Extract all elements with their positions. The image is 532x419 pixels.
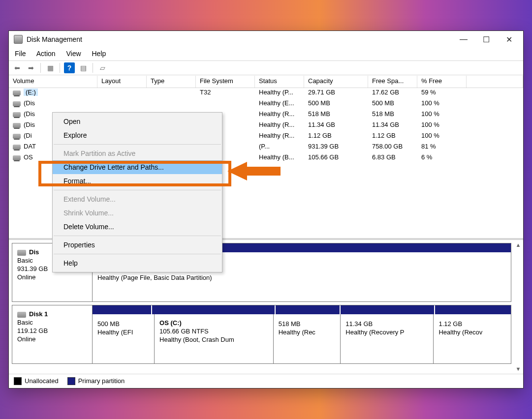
col-volume[interactable]: Volume bbox=[9, 76, 97, 88]
ctx-separator bbox=[54, 190, 221, 190]
scroll-up-icon[interactable]: ▲ bbox=[515, 242, 522, 248]
disk1-partition[interactable]: 500 MBHealthy (EFI bbox=[93, 314, 155, 363]
properties-button[interactable]: ▱ bbox=[97, 62, 108, 73]
ctx-explore[interactable]: Explore bbox=[53, 128, 222, 142]
table-cell: 100 % bbox=[417, 110, 467, 120]
table-cell: 81 % bbox=[417, 142, 467, 153]
col-spacer bbox=[467, 76, 523, 88]
volume-icon bbox=[13, 101, 21, 106]
table-row[interactable]: (DisHealthy (E...500 MB500 MB100 % bbox=[9, 99, 523, 110]
menu-view[interactable]: View bbox=[66, 50, 81, 58]
disk1-size: 119.12 GB bbox=[17, 327, 87, 334]
table-cell: (Dis bbox=[9, 99, 97, 110]
ctx-help[interactable]: Help bbox=[53, 256, 222, 270]
legend-primary-label: Primary partition bbox=[78, 377, 125, 385]
menu-file[interactable]: File bbox=[15, 50, 26, 58]
table-cell bbox=[467, 99, 523, 110]
ctx-properties[interactable]: Properties bbox=[53, 238, 222, 252]
col-freespace[interactable]: Free Spa... bbox=[368, 76, 417, 88]
minimize-icon: — bbox=[460, 35, 468, 44]
column-headers: Volume Layout Type File System Status Ca… bbox=[9, 75, 523, 88]
disk1-type: Basic bbox=[17, 319, 87, 326]
col-type[interactable]: Type bbox=[147, 76, 196, 88]
part-size: 11.34 GB bbox=[345, 320, 428, 328]
ctx-delete-volume[interactable]: Delete Volume... bbox=[53, 220, 222, 234]
maximize-icon: ☐ bbox=[483, 35, 490, 44]
disk-block-1[interactable]: Disk 1 Basic 119.12 GB Online 500 MBHeal… bbox=[12, 305, 511, 364]
ctx-mark-active: Mark Partition as Active bbox=[53, 147, 222, 160]
scroll-down-icon[interactable]: ▼ bbox=[515, 366, 522, 372]
toolbar: ⬅ ➡ ▦ ? ▤ ▱ bbox=[9, 60, 523, 75]
ctx-extend-volume: Extend Volume... bbox=[53, 192, 222, 206]
disk-icon bbox=[17, 312, 26, 318]
table-cell: 758.00 GB bbox=[368, 142, 417, 153]
part-status: Healthy (Recovery P bbox=[345, 329, 428, 336]
table-cell bbox=[467, 142, 523, 153]
col-layout[interactable]: Layout bbox=[97, 76, 147, 88]
ctx-open[interactable]: Open bbox=[53, 115, 222, 128]
part-status: Healthy (Rec bbox=[279, 329, 336, 336]
table-cell: (E:) bbox=[9, 88, 97, 99]
part-size: 105.66 GB NTFS bbox=[159, 328, 268, 335]
table-cell bbox=[196, 99, 255, 110]
legend-unallocated-label: Unallocated bbox=[25, 377, 59, 385]
menu-help[interactable]: Help bbox=[92, 50, 106, 58]
table-cell: Healthy (R... bbox=[255, 120, 304, 131]
disk1-partition[interactable]: 518 MBHealthy (Rec bbox=[274, 314, 341, 363]
table-cell bbox=[147, 88, 196, 99]
col-pctfree[interactable]: % Free bbox=[417, 76, 467, 88]
table-cell bbox=[467, 131, 523, 142]
disk-icon bbox=[17, 250, 26, 256]
table-cell: 59 % bbox=[417, 88, 467, 99]
part-title: OS (C:) bbox=[159, 319, 268, 327]
table-cell bbox=[467, 153, 523, 164]
table-cell bbox=[467, 88, 523, 99]
table-cell: 500 MB bbox=[368, 99, 417, 110]
disk1-partition[interactable]: OS (C:)105.66 GB NTFSHealthy (Boot, Cras… bbox=[155, 314, 274, 363]
volume-icon bbox=[13, 155, 21, 160]
table-cell bbox=[97, 88, 147, 99]
table-cell bbox=[467, 120, 523, 131]
titlebar[interactable]: Disk Management — ☐ ✕ bbox=[9, 31, 523, 48]
table-cell: Healthy (B... bbox=[255, 153, 304, 164]
details-button[interactable]: ▤ bbox=[78, 62, 89, 73]
volume-icon bbox=[13, 145, 21, 150]
part-size: 500 MB bbox=[97, 320, 149, 328]
table-cell: 11.34 GB bbox=[304, 120, 368, 131]
disk1-partition[interactable]: 11.34 GBHealthy (Recovery P bbox=[341, 314, 434, 363]
disk-management-window: Disk Management — ☐ ✕ File Action View H… bbox=[8, 30, 524, 389]
disk1-partition[interactable]: 1.12 GBHealthy (Recov bbox=[434, 314, 511, 363]
part-status: Healthy (EFI bbox=[97, 329, 149, 336]
table-cell: 1.12 GB bbox=[368, 131, 417, 142]
disk1-state: Online bbox=[17, 335, 87, 343]
forward-button[interactable]: ➡ bbox=[26, 62, 36, 73]
part-size: 1.12 GB bbox=[438, 320, 506, 328]
table-cell: 105.66 GB bbox=[304, 153, 368, 164]
view-list-button[interactable]: ▦ bbox=[45, 62, 56, 73]
col-capacity[interactable]: Capacity bbox=[304, 76, 368, 88]
table-cell: 29.71 GB bbox=[304, 88, 368, 99]
minimize-button[interactable]: — bbox=[452, 32, 475, 47]
disk1-name: Disk 1 bbox=[29, 310, 48, 318]
ctx-shrink-volume: Shrink Volume... bbox=[53, 206, 222, 220]
table-cell: T32 bbox=[196, 88, 255, 99]
help-button[interactable]: ? bbox=[64, 62, 75, 73]
col-filesystem[interactable]: File System bbox=[196, 76, 255, 88]
disk1-label: Disk 1 Basic 119.12 GB Online bbox=[12, 305, 93, 363]
maximize-button[interactable]: ☐ bbox=[475, 32, 498, 47]
volume-icon bbox=[13, 90, 21, 95]
table-cell: 100 % bbox=[417, 120, 467, 131]
close-button[interactable]: ✕ bbox=[498, 32, 520, 47]
table-cell: 6 % bbox=[417, 153, 467, 164]
legend-unallocated: Unallocated bbox=[14, 377, 59, 386]
ctx-change-drive-letter[interactable]: Change Drive Letter and Paths... bbox=[53, 160, 222, 174]
menu-action[interactable]: Action bbox=[36, 50, 56, 58]
table-cell: (P... bbox=[255, 142, 304, 153]
table-cell bbox=[147, 99, 196, 110]
col-status[interactable]: Status bbox=[255, 76, 304, 88]
back-button[interactable]: ⬅ bbox=[12, 62, 23, 73]
ctx-format[interactable]: Format... bbox=[53, 174, 222, 188]
table-cell bbox=[97, 99, 147, 110]
table-cell: 100 % bbox=[417, 131, 467, 142]
table-row[interactable]: (E:)T32Healthy (P...29.71 GB17.62 GB59 % bbox=[9, 88, 523, 99]
